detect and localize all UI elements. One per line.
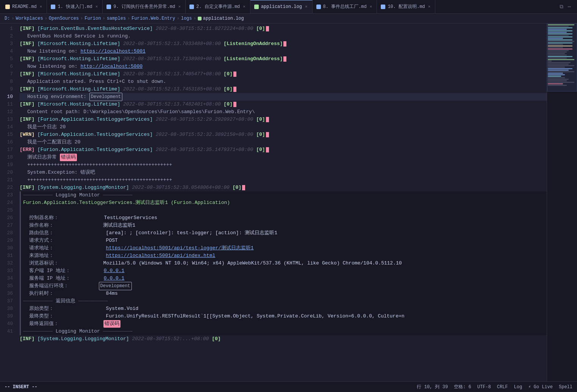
ln-29: 29 (0, 237, 13, 244)
tab-readme[interactable]: README.md × (2, 0, 47, 13)
ln-12: 12 (0, 108, 13, 116)
code-line-37: —————————— 返回信息 —————————— (20, 297, 547, 305)
minimap-line (548, 68, 572, 69)
tab-close-subscribeexc[interactable]: × (177, 4, 181, 9)
split-editor-button[interactable]: ⧉ (558, 3, 565, 11)
ln-17: 17 (0, 146, 13, 154)
dev-badge-10: Development (89, 93, 122, 101)
minimap[interactable] (547, 23, 577, 381)
cursor-13 (266, 117, 269, 122)
minimap-line (548, 48, 572, 50)
code-line-22: [INF] [System.Logging.LoggingMonitor] 20… (20, 184, 547, 191)
more-actions-button[interactable]: ⋯ (566, 3, 572, 11)
breadcrumb: D: › Workplaces › OpenSources › Furion ›… (0, 14, 577, 23)
code-line-23: —————————— Logging Monitor —————————— (20, 191, 547, 199)
minimap-line (548, 29, 567, 30)
tab-customevent[interactable]: 2. 自定义事件源.md × (186, 0, 250, 13)
breadcrumb-d[interactable]: D: (5, 16, 10, 21)
ln-39: 39 (0, 313, 13, 320)
tab-eventbus[interactable]: 8. 事件总线工厂.md × (313, 0, 377, 13)
ln-4: 4 (0, 48, 13, 55)
code-line-6: Now listening on: http://localhost:5000 (20, 63, 547, 70)
cursor-7 (233, 72, 236, 77)
status-right: 行 10, 列 39 空格: 6 UTF-8 CRLF Log ⚡ Go Liv… (417, 384, 572, 390)
breadcrumb-sep-7: › (194, 16, 196, 21)
tab-subscribeexc[interactable]: 9. 订阅执行任务意外异常.md × (103, 0, 186, 13)
tab-quickstart[interactable]: 1. 快速入门.md × (47, 0, 103, 13)
minimap-line (548, 70, 569, 71)
tab-close-eventbus[interactable]: × (369, 4, 373, 9)
ln-14: 14 (0, 123, 13, 131)
breadcrumb-sep-5: › (127, 16, 130, 21)
code-line-35: 服务端运行环境： Development (20, 282, 547, 290)
tab-icon-readme (5, 5, 10, 9)
breadcrumb-furionwebentry[interactable]: Furion.Web.Entry (131, 16, 175, 21)
status-file-type[interactable]: Log (514, 384, 522, 390)
tab-applog[interactable]: application.log × (250, 0, 313, 13)
minimap-line (548, 59, 574, 60)
tab-close-readme[interactable]: × (39, 4, 43, 9)
code-line-18: 测试日志异常 错误码 (20, 154, 547, 161)
ln-27: 27 (0, 222, 13, 229)
tab-label-subscribeexc: 9. 订阅执行任务意外异常.md (113, 3, 175, 10)
code-line-19: ++++++++++++++++++++++++++++++++++++++++… (20, 161, 547, 169)
ln-24: 24 (0, 199, 13, 207)
ln-8: 8 (0, 78, 13, 86)
code-line-26: 控制器名称： TestLoggerServices (20, 214, 547, 222)
status-spell[interactable]: Spell (559, 384, 572, 390)
tab-icon-config (381, 5, 385, 9)
code-line-32: 浏览器标识： Mozilla/5.0 (Windows NT 10.0; Win… (20, 260, 547, 267)
breadcrumb-opensources[interactable]: OpenSources (49, 16, 79, 21)
minimap-line (548, 51, 567, 53)
minimap-line (548, 74, 565, 75)
line-numbers: 1 2 3 4 5 6 7 8 9 10 11 12 13 14 15 16 1… (0, 23, 17, 381)
status-mode: -- INSERT -- (5, 384, 37, 390)
code-line-38: 原始类型： System.Void (20, 305, 547, 313)
breadcrumb-workplaces[interactable]: Workplaces (16, 16, 43, 21)
breadcrumb-logs[interactable]: logs (181, 16, 192, 21)
tab-close-applog[interactable]: × (304, 4, 308, 9)
status-spaces[interactable]: 空格: 6 (454, 384, 471, 390)
ln-6: 6 (0, 63, 13, 70)
status-go-live[interactable]: ⚡ Go Live (528, 384, 553, 390)
code-line-30: 请求地址： https://localhost:5001/api/test-lo… (20, 244, 547, 252)
code-line-29: 请求方式： POST (20, 237, 547, 244)
status-line-ending[interactable]: CRLF (497, 384, 508, 390)
code-line-9: [INF] [Microsoft.Hosting.Lifetime] 2022-… (20, 86, 547, 93)
minimap-line (548, 79, 569, 80)
tab-label-eventbus: 8. 事件总线工厂.md (323, 3, 367, 10)
code-line-25 (20, 207, 547, 214)
tab-close-quickstart[interactable]: × (95, 4, 99, 9)
ln-3: 3 (0, 40, 13, 48)
code-line-40: 最终返回值： 错误码 (20, 320, 547, 328)
code-line-3: [INF] [Microsoft.Hosting.Lifetime] 2022-… (20, 40, 547, 48)
ln-2: 2 (0, 33, 13, 40)
code-line-36: 执行耗时： 84ms (20, 290, 547, 297)
ln-1: 1 (0, 25, 13, 33)
code-line-34: 服务端 IP 地址： 0.0.0.1 (20, 275, 547, 282)
minimap-line (548, 65, 574, 66)
code-line-41: —————————— Logging Monitor —————————— (20, 328, 547, 335)
tab-close-customevent[interactable]: × (242, 4, 246, 9)
tab-close-config[interactable]: × (427, 4, 432, 9)
code-line-21: ++++++++++++++++++++++++++++++++++++++++… (20, 176, 547, 184)
minimap-line (548, 45, 572, 47)
ln-21: 21 (0, 176, 13, 184)
editor-content[interactable]: 1 2 3 4 5 6 7 8 9 10 11 12 13 14 15 16 1… (0, 23, 547, 381)
status-encoding[interactable]: UTF-8 (477, 384, 491, 390)
ln-20: 20 (0, 169, 13, 176)
status-position[interactable]: 行 10, 列 39 (417, 384, 448, 390)
cursor-11 (233, 102, 236, 107)
breadcrumb-samples[interactable]: samples (107, 16, 126, 21)
code-line-15: [WRN] [Furion.Application.TestLoggerServ… (20, 131, 547, 138)
cursor-5 (283, 56, 286, 62)
breadcrumb-furion[interactable]: Furion (84, 16, 101, 21)
tab-config[interactable]: 10. 配置说明.md × (377, 0, 435, 13)
minimap-line (548, 38, 563, 39)
status-left: -- INSERT -- (5, 384, 37, 390)
minimap-line (548, 77, 565, 78)
tab-bar: README.md × 1. 快速入门.md × 9. 订阅执行任务意外异常.m… (0, 0, 577, 14)
cursor-17 (266, 147, 269, 152)
main-layout: 1 2 3 4 5 6 7 8 9 10 11 12 13 14 15 16 1… (0, 23, 577, 381)
minimap-line (548, 62, 571, 63)
